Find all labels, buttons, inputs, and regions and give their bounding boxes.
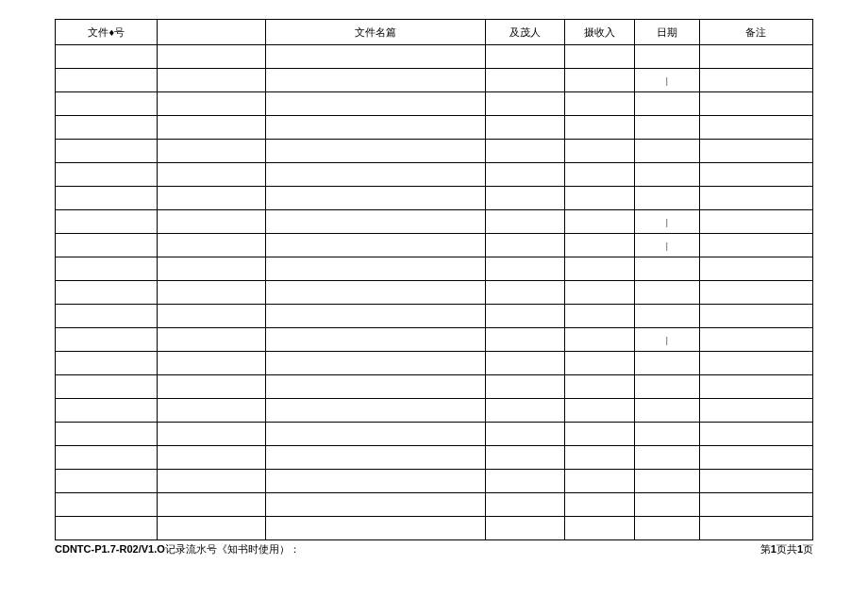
cell-receiver xyxy=(565,92,635,116)
cell-receiver xyxy=(565,187,635,210)
table-row xyxy=(56,517,813,540)
cell-filename xyxy=(266,257,486,281)
cell-remark xyxy=(699,116,812,140)
table-row xyxy=(56,446,813,470)
cell-remark xyxy=(699,45,812,69)
cell-date xyxy=(635,517,699,540)
table-row xyxy=(56,470,813,493)
cell-remark xyxy=(699,92,812,116)
cell-spacer xyxy=(158,375,266,399)
table-row xyxy=(56,281,813,305)
cell-date xyxy=(635,446,699,470)
cell-remark xyxy=(699,140,812,163)
cell-receiver xyxy=(565,470,635,493)
cell-date xyxy=(635,116,699,140)
cell-fileno xyxy=(56,234,158,257)
cell-fileno xyxy=(56,305,158,328)
header-jimao: 及茂人 xyxy=(486,20,565,45)
cell-date: | xyxy=(635,69,699,92)
cell-receiver xyxy=(565,69,635,92)
cell-spacer xyxy=(158,234,266,257)
cell-spacer xyxy=(158,446,266,470)
table-row: | xyxy=(56,210,813,234)
cell-receiver xyxy=(565,257,635,281)
cell-jimao xyxy=(486,210,565,234)
cell-receiver xyxy=(565,328,635,352)
cell-spacer xyxy=(158,328,266,352)
footer-page: 第1页共1页 xyxy=(760,542,813,556)
cell-fileno xyxy=(56,92,158,116)
cell-fileno xyxy=(56,281,158,305)
cell-date xyxy=(635,375,699,399)
cell-date xyxy=(635,399,699,423)
table-row xyxy=(56,92,813,116)
cell-receiver xyxy=(565,163,635,187)
cell-remark xyxy=(699,446,812,470)
cell-receiver xyxy=(565,281,635,305)
cell-filename xyxy=(266,493,486,517)
footer-left: CDNTC-P1.7-R02/V1.O记录流水号《知书时使用）： xyxy=(55,542,300,556)
cell-date xyxy=(635,187,699,210)
cell-jimao xyxy=(486,187,565,210)
cell-fileno xyxy=(56,328,158,352)
cell-fileno xyxy=(56,45,158,69)
cell-remark xyxy=(699,257,812,281)
cell-date xyxy=(635,92,699,116)
header-date: 日期 xyxy=(635,20,699,45)
cell-fileno xyxy=(56,187,158,210)
cell-filename xyxy=(266,69,486,92)
header-row: 文件♦号 文件名篇 及茂人 摄收入 日期 备注 xyxy=(56,20,813,45)
cell-receiver xyxy=(565,399,635,423)
cell-fileno xyxy=(56,163,158,187)
cell-fileno xyxy=(56,399,158,423)
cell-remark xyxy=(699,493,812,517)
cell-spacer xyxy=(158,423,266,446)
cell-date: | xyxy=(635,328,699,352)
cell-fileno xyxy=(56,423,158,446)
cell-fileno xyxy=(56,446,158,470)
cell-filename xyxy=(266,375,486,399)
cell-date xyxy=(635,470,699,493)
cell-filename xyxy=(266,470,486,493)
cell-remark xyxy=(699,470,812,493)
cell-date: | xyxy=(635,210,699,234)
cell-spacer xyxy=(158,140,266,163)
cell-fileno xyxy=(56,517,158,540)
cell-spacer xyxy=(158,493,266,517)
cell-spacer xyxy=(158,92,266,116)
cell-fileno xyxy=(56,210,158,234)
cell-remark xyxy=(699,69,812,92)
cell-fileno xyxy=(56,352,158,375)
table-row xyxy=(56,423,813,446)
cell-jimao xyxy=(486,116,565,140)
table-row xyxy=(56,140,813,163)
cell-jimao xyxy=(486,517,565,540)
cell-spacer xyxy=(158,470,266,493)
footer: CDNTC-P1.7-R02/V1.O记录流水号《知书时使用）： 第1页共1页 xyxy=(55,542,813,556)
cell-jimao xyxy=(486,446,565,470)
cell-jimao xyxy=(486,234,565,257)
cell-spacer xyxy=(158,210,266,234)
cell-jimao xyxy=(486,69,565,92)
footer-note: 记录流水号《知书时使用）： xyxy=(165,543,300,555)
cell-jimao xyxy=(486,423,565,446)
cell-spacer xyxy=(158,257,266,281)
cell-receiver xyxy=(565,423,635,446)
cell-jimao xyxy=(486,352,565,375)
cell-date xyxy=(635,163,699,187)
cell-jimao xyxy=(486,163,565,187)
cell-filename xyxy=(266,45,486,69)
cell-jimao xyxy=(486,45,565,69)
cell-filename xyxy=(266,116,486,140)
cell-date xyxy=(635,281,699,305)
cell-jimao xyxy=(486,399,565,423)
cell-remark xyxy=(699,187,812,210)
document-table: 文件♦号 文件名篇 及茂人 摄收入 日期 备注 |||| xyxy=(55,19,813,540)
cell-receiver xyxy=(565,352,635,375)
cell-fileno xyxy=(56,493,158,517)
cell-spacer xyxy=(158,163,266,187)
table-row xyxy=(56,187,813,210)
cell-filename xyxy=(266,281,486,305)
cell-remark xyxy=(699,234,812,257)
cell-jimao xyxy=(486,305,565,328)
